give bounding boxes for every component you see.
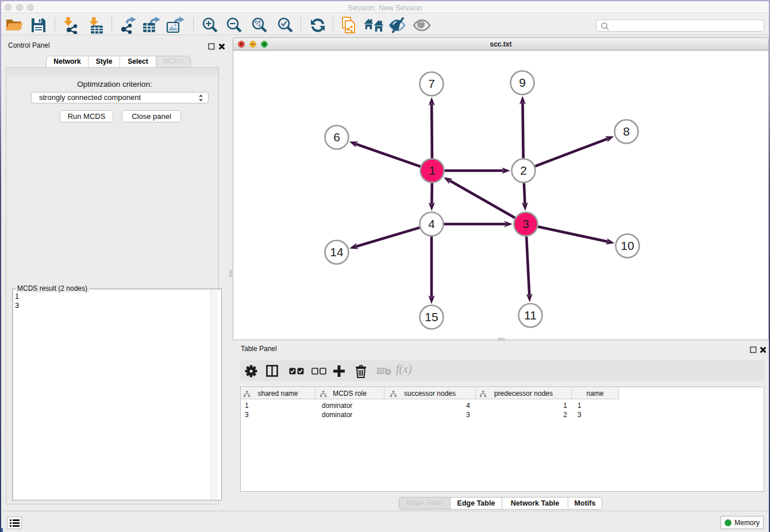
- svg-text:9: 9: [519, 76, 526, 89]
- svg-text:4: 4: [428, 217, 435, 230]
- svg-text:10: 10: [621, 239, 634, 252]
- svg-text:7: 7: [428, 77, 435, 90]
- svg-text:3: 3: [522, 217, 529, 230]
- svg-text:14: 14: [330, 245, 344, 259]
- svg-text:11: 11: [524, 309, 537, 322]
- svg-text:2: 2: [520, 164, 527, 177]
- svg-text:6: 6: [333, 130, 340, 144]
- svg-text:15: 15: [425, 310, 438, 323]
- svg-text:8: 8: [623, 125, 630, 138]
- svg-text:1: 1: [429, 164, 436, 177]
